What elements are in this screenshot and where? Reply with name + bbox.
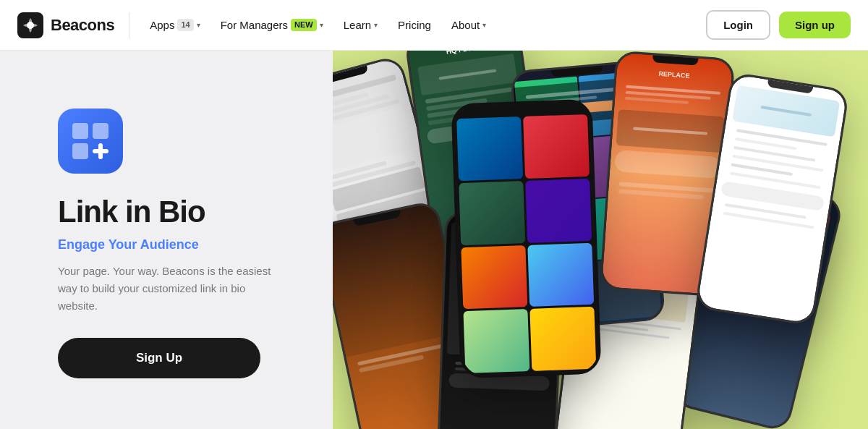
navbar: Beacons Apps 14 ▾ For Managers NEW ▾ Lea… [0,0,868,51]
hero-right: HQ / DEPT [333,51,868,429]
signup-button[interactable]: Sign up [779,12,851,38]
login-button[interactable]: Login [706,10,770,40]
nav-managers-label: For Managers [221,19,288,31]
nav-learn-label: Learn [344,19,371,31]
beacons-logo-icon [17,12,43,38]
phones-container: HQ / DEPT [333,51,868,429]
about-chevron-icon: ▾ [482,21,486,29]
link-in-bio-icon [71,122,110,161]
learn-chevron-icon: ▾ [374,21,378,29]
hero-description: Your page. Your way. Beacons is the easi… [58,263,275,315]
managers-chevron-icon: ▾ [320,21,323,29]
nav-item-for-managers[interactable]: For Managers NEW ▾ [212,13,332,37]
brand-name: Beacons [51,16,114,35]
hero-signup-button[interactable]: Sign Up [58,338,260,378]
hero-title: Link in Bio [58,195,297,229]
hero-subtitle: Engage Your Audience [58,237,297,252]
nav-item-pricing[interactable]: Pricing [389,13,440,37]
nav-managers-badge: NEW [291,19,317,31]
nav-about-label: About [451,19,480,31]
navbar-nav: Apps 14 ▾ For Managers NEW ▾ Learn ▾ Pri… [141,13,706,37]
svg-rect-4 [72,143,88,159]
svg-rect-3 [93,123,109,139]
phone-mockup-4 [451,99,601,379]
nav-item-about[interactable]: About ▾ [443,13,495,37]
apps-chevron-icon: ▾ [197,21,200,29]
nav-item-learn[interactable]: Learn ▾ [335,13,386,37]
nav-divider [129,12,129,38]
hero-app-icon [58,109,123,174]
nav-apps-badge: 14 [177,19,193,31]
nav-item-apps[interactable]: Apps 14 ▾ [141,13,208,37]
nav-apps-label: Apps [150,19,174,31]
svg-rect-2 [72,123,88,139]
svg-rect-6 [93,149,109,153]
hero-section: Link in Bio Engage Your Audience Your pa… [0,51,868,429]
logo-link[interactable]: Beacons [17,12,114,38]
navbar-actions: Login Sign up [706,10,851,40]
hero-left: Link in Bio Engage Your Audience Your pa… [0,51,333,429]
nav-pricing-label: Pricing [398,19,431,31]
